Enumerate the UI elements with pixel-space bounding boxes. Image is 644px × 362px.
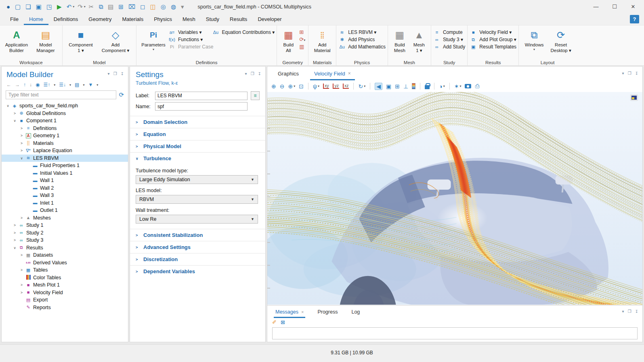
panel-pin-icon[interactable]: ↧ bbox=[121, 71, 124, 76]
tree-item[interactable]: ∨≋LES RBVM bbox=[2, 155, 128, 162]
expand-arrow[interactable]: > bbox=[19, 216, 25, 220]
panel-pin-icon[interactable]: ↧ bbox=[258, 71, 261, 76]
node-grouping-icon[interactable]: ▤ bbox=[75, 82, 79, 88]
tab-progress[interactable]: Progress bbox=[316, 306, 339, 318]
tree-item[interactable]: ▬Inlet 1 bbox=[2, 199, 128, 207]
filter-icon[interactable]: ▼ bbox=[88, 82, 93, 88]
expand-all-icon[interactable]: ☰↓ bbox=[59, 82, 66, 88]
panel-float-icon[interactable]: ❐ bbox=[251, 71, 254, 76]
clear-messages-icon[interactable]: ✐ bbox=[272, 319, 277, 325]
expand-arrow[interactable]: > bbox=[12, 231, 18, 235]
physics-interface-button[interactable]: ≋ LES RBVM ▾ bbox=[338, 29, 386, 35]
maximize-button[interactable]: ☐ bbox=[605, 1, 624, 13]
tree-item[interactable]: >⊕Global Definitions bbox=[2, 110, 128, 117]
dropdown-caret[interactable]: ▾ bbox=[318, 84, 319, 88]
add-study-button[interactable]: ∞ Add Study bbox=[433, 44, 465, 50]
cut-icon[interactable]: ✂ bbox=[89, 4, 94, 10]
compute-button[interactable]: = Compute bbox=[433, 29, 465, 35]
tree-item[interactable]: ∨⧉Results bbox=[2, 244, 128, 252]
tree-item[interactable]: >▦Datasets bbox=[2, 251, 128, 259]
menu-tab-geometry[interactable]: Geometry bbox=[83, 13, 117, 25]
menu-tab-materials[interactable]: Materials bbox=[117, 13, 149, 25]
tree-item[interactable]: >∞Study 1 bbox=[2, 222, 128, 229]
tab-velocity-field[interactable]: Velocity Field× bbox=[310, 67, 355, 80]
expand-arrow[interactable]: ∨ bbox=[12, 119, 18, 123]
panel-pin-icon[interactable]: ↧ bbox=[635, 309, 638, 314]
move-up-icon[interactable]: ↑ bbox=[23, 82, 26, 88]
tree-item[interactable]: ▬Initial Values 1 bbox=[2, 169, 128, 177]
menu-tab-study[interactable]: Study bbox=[201, 13, 224, 25]
expand-arrow[interactable]: > bbox=[12, 111, 18, 115]
view-xz-icon[interactable]: xz bbox=[343, 84, 349, 89]
zoom-out-icon[interactable]: ⊖ bbox=[280, 83, 285, 90]
panel-pin-icon[interactable]: ↧ bbox=[635, 71, 638, 75]
menu-tab-file[interactable]: File bbox=[5, 13, 24, 25]
snapshot-icon[interactable] bbox=[465, 84, 471, 88]
menu-tab-physics[interactable]: Physics bbox=[149, 13, 177, 25]
tree-item[interactable]: >AGeometry 1 bbox=[2, 132, 128, 140]
expand-arrow[interactable]: ∨ bbox=[12, 246, 18, 250]
dropdown-caret[interactable]: ▾ bbox=[69, 83, 71, 87]
dropdown-caret[interactable]: ▾ bbox=[73, 5, 74, 8]
dropdown-caret[interactable]: ▾ bbox=[459, 84, 461, 88]
dropdown-caret[interactable]: ▾ bbox=[84, 5, 86, 8]
tree-item[interactable]: >⣿Materials bbox=[2, 140, 128, 147]
add-physics-button[interactable]: ❃ Add Physics bbox=[338, 37, 386, 42]
rename-label-icon[interactable]: ≡ bbox=[251, 91, 260, 100]
label-input[interactable] bbox=[155, 92, 248, 100]
section-physical-model[interactable]: >Physical Model bbox=[130, 140, 265, 152]
expand-arrow[interactable]: ∨ bbox=[19, 156, 25, 160]
menu-tab-results[interactable]: Results bbox=[224, 13, 252, 25]
dropdown-caret[interactable]: ▾ bbox=[54, 83, 55, 87]
tree-item[interactable]: 8.85Derived Values bbox=[2, 259, 128, 267]
update-geometry-icon[interactable]: ⟳▾ bbox=[299, 36, 305, 42]
expand-arrow[interactable]: > bbox=[19, 283, 25, 287]
expand-arrow[interactable]: > bbox=[12, 238, 18, 242]
select-box-icon[interactable]: ◻ bbox=[140, 4, 145, 10]
filter-input[interactable] bbox=[6, 90, 116, 99]
open-message-window-icon[interactable]: ⊠ bbox=[281, 319, 285, 325]
section-dependent-variables[interactable]: >Dependent Variables bbox=[130, 265, 265, 277]
dropdown-caret[interactable]: ▾ bbox=[96, 83, 98, 87]
zoom-in-icon[interactable]: ⊕ bbox=[271, 83, 276, 90]
tree-item[interactable]: ▤Export bbox=[2, 296, 128, 304]
appearance-icon[interactable]: ◑▾ bbox=[439, 83, 445, 90]
tree-item[interactable]: ▬Outlet 1 bbox=[2, 207, 128, 214]
tree-item[interactable]: >■Velocity Field bbox=[2, 289, 128, 297]
save-search-icon[interactable]: ◳ bbox=[46, 4, 52, 10]
lock-icon[interactable] bbox=[425, 83, 430, 89]
copy-icon[interactable]: ⧉ bbox=[99, 4, 103, 10]
expand-arrow[interactable]: > bbox=[19, 253, 25, 257]
application-builder-button[interactable]: A Application Builder bbox=[2, 28, 31, 54]
zoom-box-icon[interactable]: ⊕▾ bbox=[288, 83, 295, 90]
expand-arrow[interactable]: > bbox=[19, 141, 25, 145]
panel-menu-icon[interactable]: ▾ bbox=[622, 71, 624, 75]
tree-item[interactable]: ∨◈sports_car_flow_field.mph bbox=[2, 102, 128, 110]
insert-sequence-icon[interactable]: ⊞ bbox=[299, 29, 305, 35]
turbulence-model-type-select[interactable]: Large Eddy Simulation ▼ bbox=[136, 175, 258, 184]
plot-thumbnail-icon[interactable] bbox=[631, 95, 638, 100]
refresh-icon[interactable]: ⟳ bbox=[119, 91, 124, 98]
dropdown-caret[interactable]: ▾ bbox=[443, 84, 445, 88]
tree-item[interactable]: ▬Wall 3 bbox=[2, 192, 128, 199]
tab-messages[interactable]: Messages× bbox=[274, 306, 305, 318]
undo-icon[interactable]: ↶ bbox=[67, 4, 72, 10]
panel-float-icon[interactable]: ❐ bbox=[113, 71, 117, 76]
result-templates-button[interactable]: ▣ Result Templates bbox=[470, 44, 516, 50]
tree-item[interactable]: >∞Study 2 bbox=[2, 229, 128, 237]
build-mesh-button[interactable]: ▦ Build Mesh bbox=[390, 28, 409, 54]
tree-item[interactable]: >▲Meshes bbox=[2, 214, 128, 222]
panel-float-icon[interactable]: ❐ bbox=[628, 309, 631, 314]
section-consistent-stabilization[interactable]: >Consistent Stabilization bbox=[130, 229, 265, 241]
section-equation[interactable]: >Equation bbox=[130, 128, 265, 140]
transparency-icon[interactable]: ▣ bbox=[386, 83, 391, 90]
new-file-icon[interactable]: ▢ bbox=[15, 4, 21, 10]
wall-treatment-select[interactable]: Low Re ▼ bbox=[136, 215, 258, 224]
tree-item[interactable]: >▦Tables bbox=[2, 266, 128, 274]
orientation-icon[interactable]: ψ▾ bbox=[313, 83, 319, 90]
update-scene-icon[interactable]: ✶▾ bbox=[454, 83, 461, 90]
tree-item[interactable]: >≡Definitions bbox=[2, 125, 128, 132]
reset-desktop-button[interactable]: ⟳ Reset Desktop ▾ bbox=[548, 28, 574, 54]
tree-item[interactable]: ∨■Component 1 bbox=[2, 117, 128, 125]
open-file-icon[interactable]: ❑ bbox=[25, 4, 31, 10]
